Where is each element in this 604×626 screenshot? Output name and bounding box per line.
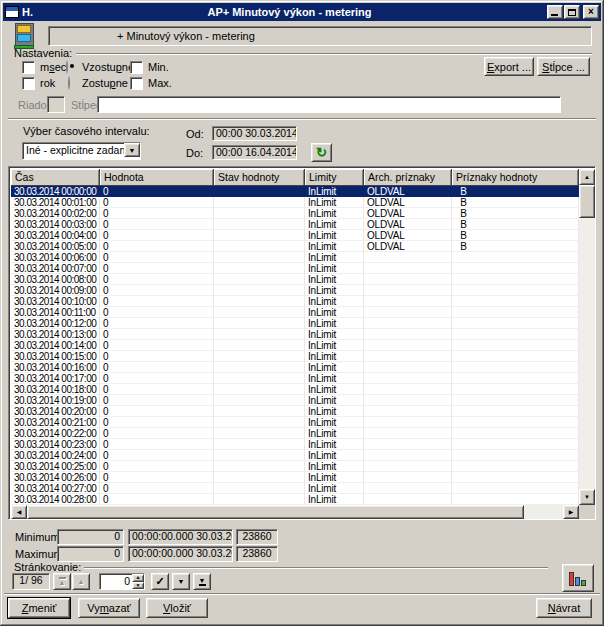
page-spinner[interactable]: 0 ▲ ▼	[99, 573, 145, 590]
msec-checkbox[interactable]	[22, 61, 35, 74]
horizontal-scroll-thumb[interactable]	[27, 505, 524, 519]
column-header[interactable]: Príznaky hodnoty	[452, 169, 579, 186]
table-row[interactable]: 30.03.2014 00:24:000InLimit_____________…	[11, 450, 579, 461]
table-row[interactable]: 30.03.2014 00:22:000InLimit_____________…	[11, 428, 579, 439]
next-page-button[interactable]: ▼	[172, 573, 190, 590]
table-cell: 0	[100, 230, 214, 241]
rok-checkbox[interactable]	[22, 77, 35, 90]
archive-cabinet-icon	[12, 23, 38, 49]
previous-page-button[interactable]: ▲	[72, 573, 90, 590]
chevron-down-icon[interactable]: ▼	[124, 143, 140, 157]
table-cell: 0	[100, 208, 214, 219]
table-cell: InLimit	[305, 395, 364, 406]
table-cell	[214, 450, 305, 461]
scroll-up-button[interactable]: ▲	[579, 169, 595, 185]
table-cell: 0	[100, 241, 214, 252]
table-cell	[214, 428, 305, 439]
chart-button[interactable]	[562, 564, 594, 592]
table-row[interactable]: 30.03.2014 00:10:000InLimit_____________…	[11, 296, 579, 307]
table-row[interactable]: 30.03.2014 00:07:000InLimit_____________…	[11, 263, 579, 274]
scroll-left-button[interactable]: ◀	[11, 505, 27, 519]
column-header[interactable]: Arch. príznaky	[364, 169, 452, 186]
riadok-input[interactable]	[47, 96, 65, 113]
zmenit-button[interactable]: Zmeniť	[8, 598, 70, 618]
go-to-page-button[interactable]: ✓	[151, 573, 169, 590]
table-row[interactable]: 30.03.2014 00:14:000InLimit_____________…	[11, 340, 579, 351]
table-cell: 0	[100, 373, 214, 384]
table-cell	[364, 340, 452, 351]
column-header[interactable]: Hodnota	[100, 169, 214, 186]
window-title: AP+ Minutový výkon - metering	[33, 6, 546, 18]
vertical-scroll-thumb[interactable]	[579, 185, 595, 218]
table-row[interactable]: 30.03.2014 00:01:000InLimitOLDVAL_B_____…	[11, 197, 579, 208]
scroll-down-button[interactable]: ▼	[579, 489, 595, 505]
table-cell	[214, 296, 305, 307]
stlpec-input[interactable]	[97, 96, 561, 113]
table-row[interactable]: 30.03.2014 00:19:000InLimit_____________…	[11, 395, 579, 406]
table-row[interactable]: 30.03.2014 00:25:000InLimit_____________…	[11, 461, 579, 472]
bar-chart-icon	[569, 571, 588, 586]
scroll-right-button[interactable]: ▶	[563, 505, 579, 519]
table-row[interactable]: 30.03.2014 00:00:000InLimitOLDVAL_B_____…	[11, 186, 579, 197]
table-cell	[214, 318, 305, 329]
checkmark-icon: ✓	[155, 575, 164, 588]
maximize-button[interactable]	[564, 5, 580, 19]
table-row[interactable]: 30.03.2014 00:26:000InLimit_____________…	[11, 472, 579, 483]
table-row[interactable]: 30.03.2014 00:02:000InLimitOLDVAL_B_____…	[11, 208, 579, 219]
last-page-button[interactable]: ▼	[193, 573, 211, 590]
table-row[interactable]: 30.03.2014 00:13:000InLimit_____________…	[11, 329, 579, 340]
table-row[interactable]: 30.03.2014 00:04:000InLimitOLDVAL_B_____…	[11, 230, 579, 241]
table-cell	[364, 483, 452, 494]
table-row[interactable]: 30.03.2014 00:03:000InLimitOLDVAL_B_____…	[11, 219, 579, 230]
minimize-button[interactable]	[547, 5, 563, 19]
table-row[interactable]: 30.03.2014 00:18:000InLimit_____________…	[11, 384, 579, 395]
vertical-scrollbar[interactable]: ▲ ▼	[579, 169, 595, 505]
table-row[interactable]: 30.03.2014 00:27:000InLimit_____________…	[11, 483, 579, 494]
table-cell: ______________	[452, 362, 579, 373]
vzostupne-radio[interactable]	[66, 60, 68, 74]
min-checkbox[interactable]	[130, 61, 143, 74]
table-cell: 0	[100, 428, 214, 439]
scrollbar-corner	[579, 505, 595, 519]
table-row[interactable]: 30.03.2014 00:08:000InLimit_____________…	[11, 274, 579, 285]
column-header[interactable]: Stav hodnoty	[214, 169, 305, 186]
interval-combobox[interactable]: Iné - explicitne zadané ▼	[22, 142, 141, 160]
max-checkbox[interactable]	[130, 77, 143, 90]
table-cell	[214, 307, 305, 318]
spinner-down-button[interactable]: ▼	[132, 582, 144, 590]
table-cell	[364, 329, 452, 340]
table-row[interactable]: 30.03.2014 00:05:000InLimitOLDVAL_B_____…	[11, 241, 579, 252]
separator-line	[8, 118, 596, 120]
table-row[interactable]: 30.03.2014 00:09:000InLimit_____________…	[11, 285, 579, 296]
table-row[interactable]: 30.03.2014 00:11:000InLimit_____________…	[11, 307, 579, 318]
table-cell: 30.03.2014 00:06:00	[11, 252, 100, 263]
table-cell: InLimit	[305, 439, 364, 450]
first-page-button[interactable]: ▲	[53, 573, 71, 590]
od-input[interactable]: 00:00 30.03.2014	[212, 126, 297, 141]
table-row[interactable]: 30.03.2014 00:23:000InLimit_____________…	[11, 439, 579, 450]
table-cell: 0	[100, 296, 214, 307]
refresh-button[interactable]: ↻	[311, 143, 332, 162]
table-row[interactable]: 30.03.2014 00:28:000InLimit_____________…	[11, 494, 579, 505]
export-button[interactable]: Export ...	[484, 57, 534, 76]
table-row[interactable]: 30.03.2014 00:15:000InLimit_____________…	[11, 351, 579, 362]
column-header[interactable]: Limity	[305, 169, 364, 186]
navrat-button[interactable]: Návrat	[536, 598, 592, 618]
table-row[interactable]: 30.03.2014 00:17:000InLimit_____________…	[11, 373, 579, 384]
max-label: Max.	[148, 77, 172, 89]
vymazat-button[interactable]: Vymazať	[78, 598, 140, 618]
zostupne-radio[interactable]	[68, 76, 70, 90]
table-row[interactable]: 30.03.2014 00:20:000InLimit_____________…	[11, 406, 579, 417]
table-row[interactable]: 30.03.2014 00:21:000InLimit_____________…	[11, 417, 579, 428]
vlozit-button[interactable]: Vložiť	[146, 598, 208, 618]
column-header[interactable]: Čas	[11, 169, 100, 186]
close-button[interactable]: ×	[583, 5, 599, 19]
do-input[interactable]: 00:00 16.04.2014	[212, 145, 297, 160]
spinner-up-button[interactable]: ▲	[132, 574, 144, 582]
horizontal-scrollbar[interactable]: ◀ ▶	[11, 505, 579, 519]
columns-button[interactable]: Stĺpce ...	[537, 57, 590, 76]
table-row[interactable]: 30.03.2014 00:12:000InLimit_____________…	[11, 318, 579, 329]
table-row[interactable]: 30.03.2014 00:16:000InLimit_____________…	[11, 362, 579, 373]
table-cell: InLimit	[305, 296, 364, 307]
table-row[interactable]: 30.03.2014 00:06:000InLimit_____________…	[11, 252, 579, 263]
